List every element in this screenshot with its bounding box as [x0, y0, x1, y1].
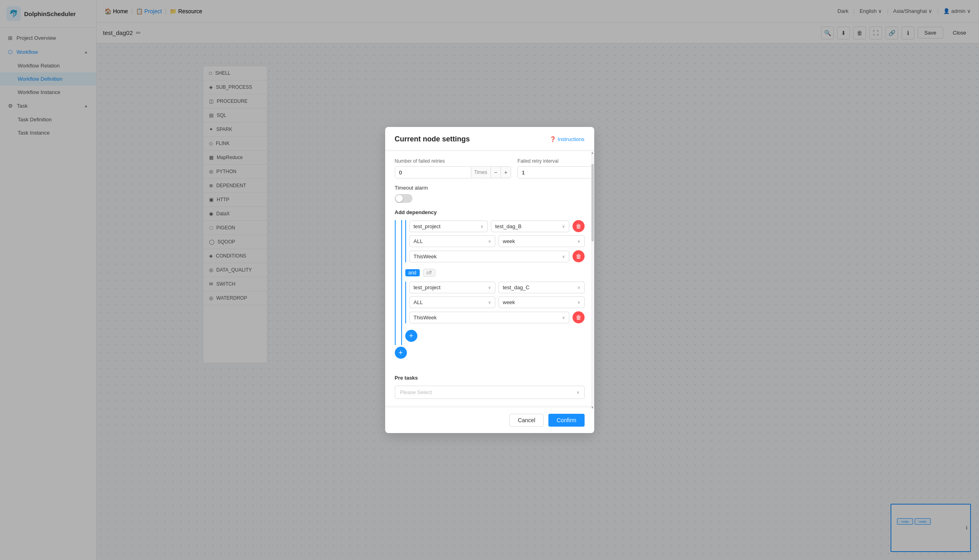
node-settings-modal: Current node settings ❓ Instructions Num… [385, 127, 594, 433]
modal-scrollbar-thumb [591, 164, 594, 241]
dep-group-2-row-3: ThisWeek ∨ 🗑 [409, 311, 585, 323]
modal-title: Current node settings [395, 135, 470, 143]
off-label: off [423, 269, 435, 276]
retries-increment[interactable]: + [501, 167, 511, 178]
pre-tasks-title: Pre tasks [395, 375, 585, 381]
dep-project-select-2[interactable]: test_project ∨ [409, 282, 495, 293]
instructions-link[interactable]: ❓ Instructions [550, 136, 584, 142]
and-button[interactable]: and [405, 269, 420, 276]
chevron-down-10: ∨ [562, 315, 565, 320]
retry-interval-input-group: Minute − + [517, 166, 594, 178]
dep-delete-date-btn-1[interactable]: 🗑 [573, 250, 585, 262]
timeout-alarm-toggle[interactable] [395, 194, 413, 203]
chevron-down-7: ∨ [577, 285, 580, 290]
dep-group-1-row-3: ThisWeek ∨ 🗑 [409, 250, 585, 262]
dep-group-2: test_project ∨ test_dag_C ∨ [405, 282, 585, 323]
modal-body: Number of failed retries Times − + Faile… [385, 150, 594, 407]
scroll-arrow-up[interactable]: ▲ [591, 151, 594, 154]
retries-decrement[interactable]: − [491, 167, 501, 178]
dep-relation-select-2[interactable]: ALL ∨ [409, 296, 495, 308]
dep-group-1: test_project ∨ test_dag_B ∨ 🗑 [405, 220, 585, 262]
and-or-row: and off [405, 269, 585, 277]
retry-interval-label: Failed retry interval [517, 158, 594, 164]
retries-section: Number of failed retries Times − + Faile… [385, 152, 594, 209]
cancel-button[interactable]: Cancel [509, 414, 544, 427]
add-group-row: + [395, 347, 585, 359]
instructions-icon: ❓ [550, 136, 556, 142]
dep-relation-select-1[interactable]: ALL ∨ [409, 235, 495, 247]
chevron-down-5: ∨ [562, 254, 565, 259]
dependency-connector-area: test_project ∨ test_dag_B ∨ 🗑 [395, 220, 585, 345]
dep-dag-select-1[interactable]: test_dag_B ∨ [491, 221, 569, 232]
add-sub-dep-row: + [405, 330, 585, 342]
failed-retries-input-group: Times − + [395, 166, 511, 178]
add-dep-group-btn[interactable]: + [395, 347, 407, 359]
left-connector [395, 220, 402, 345]
modal-header: Current node settings ❓ Instructions [385, 127, 594, 150]
dep-period-select-1[interactable]: week ∨ [499, 235, 585, 247]
add-sub-dep-btn[interactable]: + [405, 330, 417, 342]
modal-footer: Cancel Confirm [385, 407, 594, 433]
pre-tasks-select[interactable]: Please Select ∨ [395, 386, 585, 399]
delete-icon-1: 🗑 [576, 223, 581, 229]
toggle-track[interactable] [395, 194, 413, 203]
dep-date-select-1[interactable]: ThisWeek ∨ [409, 251, 569, 262]
and-or-toggle[interactable]: off [423, 269, 435, 277]
dependency-section: Add dependency [385, 209, 594, 368]
inner-vert-line [401, 220, 402, 345]
delete-date-icon-1: 🗑 [576, 253, 581, 260]
dep-dag-select-2[interactable]: test_dag_C ∨ [499, 282, 585, 293]
modal-scrollbar[interactable]: ▲ ▼ [591, 151, 594, 409]
delete-date-icon-2: 🗑 [576, 314, 581, 321]
chevron-down-6: ∨ [488, 285, 491, 290]
failed-retries-label: Number of failed retries [395, 158, 511, 164]
retry-interval-group: Failed retry interval Minute − + [517, 158, 594, 178]
chevron-down-4: ∨ [577, 239, 580, 243]
chevron-down-8: ∨ [488, 300, 491, 305]
scroll-arrow-down[interactable]: ▼ [591, 406, 594, 409]
retries-row: Number of failed retries Times − + Faile… [395, 158, 585, 178]
pre-tasks-section: Pre tasks Please Select ∨ [385, 368, 594, 405]
pre-tasks-placeholder: Please Select [400, 389, 432, 395]
add-dependency-title: Add dependency [395, 209, 585, 215]
dep-group-1-row-1: test_project ∨ test_dag_B ∨ 🗑 [409, 220, 585, 232]
chevron-down-2: ∨ [562, 224, 565, 229]
outer-line-container [395, 220, 396, 345]
dep-group-2-row-2: ALL ∨ week ∨ [409, 296, 585, 308]
dep-group-1-row-2: ALL ∨ week ∨ [409, 235, 585, 247]
dep-delete-date-btn-2[interactable]: 🗑 [573, 311, 585, 323]
chevron-down-1: ∨ [480, 224, 483, 229]
retry-interval-input[interactable] [518, 167, 593, 178]
timeout-alarm-group: Timeout alarm [395, 185, 585, 203]
timeout-alarm-label: Timeout alarm [395, 185, 585, 191]
dep-project-select-1[interactable]: test_project ∨ [409, 221, 488, 232]
dep-delete-btn-1[interactable]: 🗑 [573, 220, 585, 232]
toggle-thumb [396, 195, 403, 202]
confirm-button[interactable]: Confirm [548, 414, 584, 427]
inner-line-container [401, 220, 402, 345]
failed-retries-input[interactable] [395, 167, 471, 178]
dep-period-select-2[interactable]: week ∨ [499, 296, 585, 308]
dep-group-2-row-1: test_project ∨ test_dag_C ∨ [409, 282, 585, 293]
modal-overlay: Current node settings ❓ Instructions Num… [0, 0, 979, 560]
dependency-groups: test_project ∨ test_dag_B ∨ 🗑 [405, 220, 585, 345]
failed-retries-group: Number of failed retries Times − + [395, 158, 511, 178]
chevron-down-9: ∨ [577, 300, 580, 305]
instructions-label: Instructions [558, 136, 584, 142]
outer-vert-line [395, 220, 396, 345]
chevron-down-3: ∨ [488, 239, 491, 243]
dep-date-select-2[interactable]: ThisWeek ∨ [409, 312, 569, 323]
pre-tasks-chevron: ∨ [577, 390, 579, 394]
retries-unit: Times [471, 167, 491, 178]
